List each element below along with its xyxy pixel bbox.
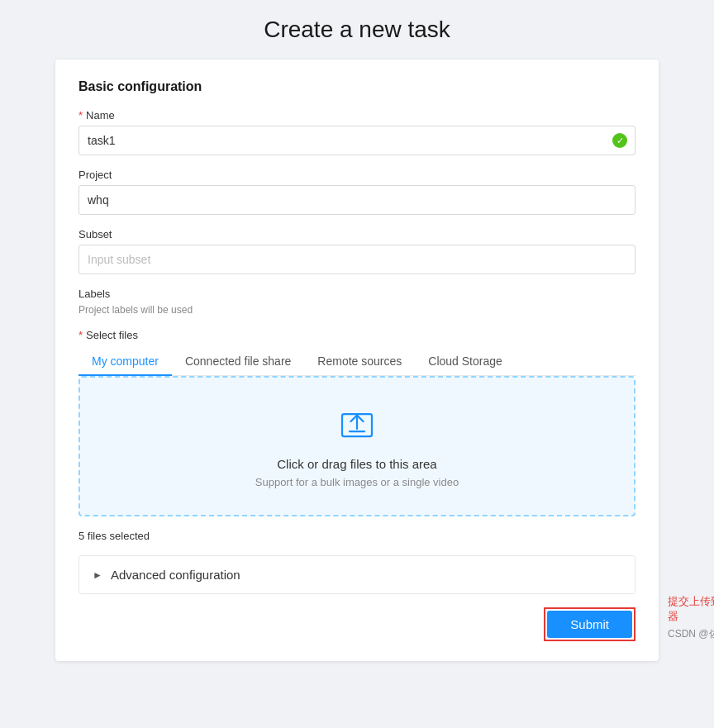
side-annotation-text-line1: 提交上传到服务 bbox=[668, 594, 714, 609]
labels-field-group: Labels Project labels will be used bbox=[79, 288, 635, 316]
name-input-wrapper: ✓ bbox=[79, 126, 635, 155]
select-files-group: *Select files My computer Connected file… bbox=[79, 329, 635, 516]
submit-button[interactable]: Submit bbox=[547, 611, 632, 638]
side-annotation: 提交上传到服务 器 CSDN @佐咖 bbox=[668, 594, 714, 641]
tab-remote-sources[interactable]: Remote sources bbox=[304, 348, 415, 376]
labels-label: Labels bbox=[79, 288, 635, 300]
subset-label: Subset bbox=[79, 228, 635, 240]
name-input[interactable] bbox=[79, 126, 635, 155]
project-input-wrapper bbox=[79, 185, 635, 215]
upload-sub-text: Support for a bulk images or a single vi… bbox=[97, 476, 617, 488]
name-label: *Name bbox=[79, 109, 635, 121]
subset-field-group: Subset bbox=[79, 228, 635, 274]
side-annotation-text-line2: 器 bbox=[668, 609, 678, 624]
file-source-tabs: My computer Connected file share Remote … bbox=[79, 348, 635, 376]
upload-main-text: Click or drag files to this area bbox=[97, 457, 617, 471]
submit-wrapper: Submit 提交上传到服务 器 CSDN @佐咖 bbox=[544, 607, 635, 641]
page-title: Create a new task bbox=[264, 17, 450, 43]
tab-cloud-storage[interactable]: Cloud Storage bbox=[415, 348, 516, 376]
subset-input[interactable] bbox=[79, 245, 635, 274]
select-files-required-star: * bbox=[79, 329, 83, 341]
name-field-group: *Name ✓ bbox=[79, 109, 635, 155]
valid-icon: ✓ bbox=[612, 133, 627, 148]
submit-btn-container: Submit bbox=[544, 607, 635, 641]
project-input[interactable] bbox=[79, 185, 635, 215]
main-card: Basic configuration *Name ✓ Project Subs… bbox=[55, 59, 659, 661]
files-selected-count: 5 files selected bbox=[79, 530, 635, 542]
upload-icon bbox=[97, 404, 617, 447]
section-title: Basic configuration bbox=[79, 79, 635, 94]
project-field-group: Project bbox=[79, 169, 635, 215]
tab-connected-file-share[interactable]: Connected file share bbox=[172, 348, 304, 376]
upload-area[interactable]: Click or drag files to this area Support… bbox=[79, 376, 635, 516]
tab-my-computer[interactable]: My computer bbox=[79, 348, 172, 376]
labels-hint: Project labels will be used bbox=[79, 304, 635, 316]
advanced-config-section[interactable]: ► Advanced configuration bbox=[79, 555, 635, 594]
name-required-star: * bbox=[79, 109, 83, 121]
submit-row: Submit 提交上传到服务 器 CSDN @佐咖 bbox=[79, 607, 635, 641]
project-label: Project bbox=[79, 169, 635, 181]
advanced-config-label: Advanced configuration bbox=[111, 568, 240, 582]
subset-input-wrapper bbox=[79, 245, 635, 274]
side-annotation-author: CSDN @佐咖 bbox=[668, 627, 714, 641]
chevron-right-icon: ► bbox=[93, 569, 102, 581]
select-files-label: *Select files bbox=[79, 329, 635, 341]
